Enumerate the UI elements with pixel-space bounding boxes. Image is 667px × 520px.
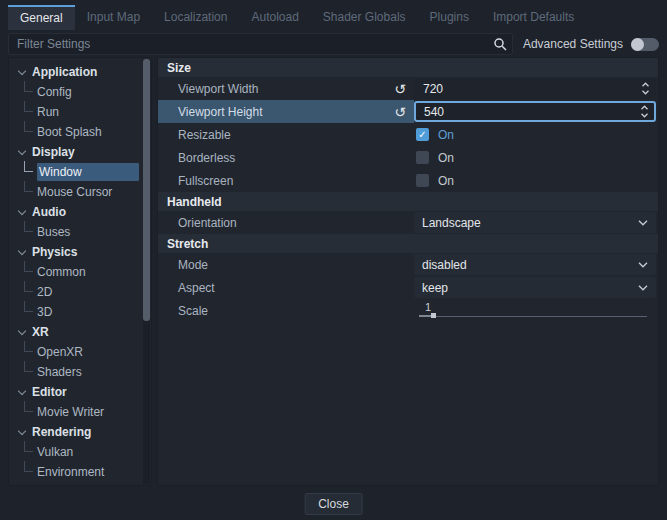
section-header-size: Size (158, 58, 658, 77)
property-label: Viewport Height (178, 105, 263, 119)
tab-plugins[interactable]: Plugins (418, 5, 481, 30)
property-value-cell: ✓On (414, 123, 658, 146)
property-label-cell: Scale (158, 299, 414, 322)
spinner-updown-icon[interactable] (641, 81, 650, 96)
advanced-settings-toggle[interactable] (631, 38, 659, 51)
sidebar-item-xr[interactable]: XR (9, 322, 151, 342)
property-label: Resizable (178, 128, 231, 142)
tab-import-defaults[interactable]: Import Defaults (481, 5, 586, 30)
sidebar-item-run[interactable]: Run (9, 102, 151, 122)
spin-value: 540 (424, 105, 444, 119)
advanced-settings-label: Advanced Settings (523, 37, 623, 51)
property-inspector: SizeViewport Width↺720Viewport Height↺54… (157, 57, 659, 486)
section-header-handheld: Handheld (158, 192, 658, 211)
property-label-cell: Fullscreen (158, 169, 414, 192)
sidebar-item-rendering[interactable]: Rendering (9, 422, 151, 442)
sidebar-item-mouse-cursor[interactable]: Mouse Cursor (9, 182, 151, 202)
slider-grabber-handle[interactable] (431, 313, 436, 318)
revert-icon[interactable]: ↺ (394, 82, 406, 96)
sidebar-scrollbar-thumb[interactable] (143, 59, 150, 321)
sidebar-item-movie-writer[interactable]: Movie Writer (9, 402, 151, 422)
property-label: Viewport Width (178, 82, 258, 96)
dropdown-aspect[interactable]: keep (414, 277, 656, 298)
tab-autoload[interactable]: Autoload (239, 5, 310, 30)
sidebar-item-shaders[interactable]: Shaders (9, 362, 151, 382)
sidebar-item-label: XR (32, 323, 49, 341)
property-value-cell: 1 (414, 299, 658, 322)
tree-connector-line (24, 181, 33, 192)
sidebar-item-audio[interactable]: Audio (9, 202, 151, 222)
tree-connector-line (24, 101, 33, 112)
spin-input[interactable]: 720 (414, 78, 656, 99)
tab-localization[interactable]: Localization (152, 5, 239, 30)
sidebar-item-label: Environment (37, 463, 104, 481)
property-label: Aspect (178, 281, 215, 295)
tree-connector-line (24, 401, 33, 412)
tree-connector-line (24, 221, 33, 232)
tree-connector-line (24, 461, 33, 472)
slider-scale[interactable]: 1 (414, 299, 652, 322)
sidebar-item-environment[interactable]: Environment (9, 462, 151, 482)
tab-general[interactable]: General (8, 5, 75, 30)
sidebar-item-display[interactable]: Display (9, 142, 151, 162)
sidebar-item-application[interactable]: Application (9, 62, 151, 82)
sidebar-item-common[interactable]: Common (9, 262, 151, 282)
sidebar-item-editor[interactable]: Editor (9, 382, 151, 402)
property-label: Fullscreen (178, 174, 233, 188)
tree-connector-line (24, 301, 33, 312)
sidebar-item-vulkan[interactable]: Vulkan (9, 442, 151, 462)
sidebar-item-2d[interactable]: 2D (9, 282, 151, 302)
close-button[interactable]: Close (304, 493, 363, 515)
tree-connector-line (24, 161, 33, 172)
tree-connector-line (24, 281, 33, 292)
sidebar-item-label: Boot Splash (37, 123, 102, 141)
spinner-updown-icon[interactable] (640, 104, 649, 119)
revert-icon[interactable]: ↺ (394, 105, 406, 119)
sidebar-item-openxr[interactable]: OpenXR (9, 342, 151, 362)
tab-shader-globals[interactable]: Shader Globals (311, 5, 418, 30)
checkbox-unchecked-icon (416, 151, 429, 164)
sidebar-item-label: Mouse Cursor (37, 183, 112, 201)
property-row-viewport-width: Viewport Width↺720 (158, 77, 658, 100)
property-value-cell: Landscape (414, 211, 658, 234)
section-header-stretch: Stretch (158, 234, 658, 253)
filter-settings-input[interactable] (8, 33, 513, 55)
spin-input[interactable]: 540 (414, 101, 656, 122)
project-settings-window: GeneralInput MapLocalizationAutoloadShad… (0, 0, 667, 520)
sidebar-item-buses[interactable]: Buses (9, 222, 151, 242)
tree-items: ApplicationConfigRunBoot SplashDisplayWi… (9, 58, 151, 482)
checkbox-checked-icon: ✓ (416, 128, 429, 141)
dropdown-mode[interactable]: disabled (414, 254, 656, 275)
sidebar-scrollbar-track[interactable] (143, 59, 150, 484)
checkbox-borderless[interactable]: On (416, 151, 454, 165)
property-label-cell: Orientation (158, 211, 414, 234)
property-row-scale: Scale1 (158, 299, 658, 322)
sidebar-item-physics[interactable]: Physics (9, 242, 151, 262)
sidebar-item-label: Editor (32, 383, 67, 401)
checkbox-fullscreen[interactable]: On (416, 174, 454, 188)
sidebar-item-label: Run (37, 103, 59, 121)
sidebar-item-config[interactable]: Config (9, 82, 151, 102)
tab-input-map[interactable]: Input Map (75, 5, 152, 30)
dropdown-orientation[interactable]: Landscape (414, 212, 656, 233)
chevron-down-icon (18, 326, 26, 334)
checkbox-resizable[interactable]: ✓On (416, 128, 454, 142)
tree-connector-line (24, 361, 33, 372)
tree-connector-line (24, 261, 33, 272)
sidebar-item-label: Physics (32, 243, 77, 261)
settings-category-tree: ApplicationConfigRunBoot SplashDisplayWi… (8, 57, 152, 486)
section-title: Stretch (167, 237, 208, 251)
sidebar-item-boot-splash[interactable]: Boot Splash (9, 122, 151, 142)
property-label-cell: Resizable (158, 123, 414, 146)
property-row-borderless: BorderlessOn (158, 146, 658, 169)
filter-bar: Advanced Settings (8, 33, 659, 55)
slider-track (419, 316, 647, 317)
chevron-down-icon (18, 426, 26, 434)
tree-connector-line (24, 341, 33, 352)
sidebar-item-window[interactable]: Window (9, 162, 151, 182)
toggle-knob-icon (631, 38, 644, 51)
section-title: Size (167, 61, 191, 75)
property-label: Mode (178, 258, 208, 272)
sidebar-item-3d[interactable]: 3D (9, 302, 151, 322)
property-value-cell: On (414, 169, 658, 192)
